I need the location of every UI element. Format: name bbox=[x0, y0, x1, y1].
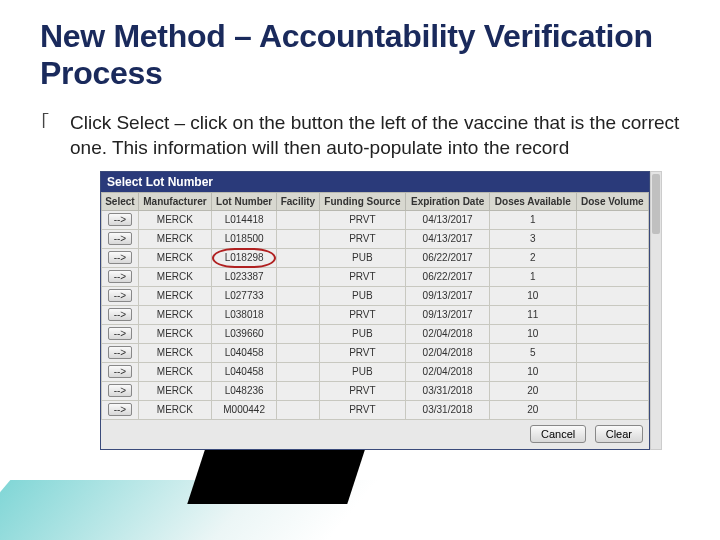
cell-volume bbox=[576, 305, 648, 324]
cell-manufacturer: MERCK bbox=[138, 343, 211, 362]
cell-manufacturer: MERCK bbox=[138, 286, 211, 305]
dialog-title: Select Lot Number bbox=[101, 172, 649, 192]
cell-manufacturer: MERCK bbox=[138, 305, 211, 324]
clear-button[interactable]: Clear bbox=[595, 425, 643, 443]
cell-doses: 10 bbox=[490, 286, 577, 305]
cell-funding: PUB bbox=[319, 324, 406, 343]
cell-doses: 2 bbox=[490, 248, 577, 267]
col-header: Facility bbox=[277, 192, 319, 210]
cell-lot: L040458 bbox=[211, 362, 276, 381]
cell-facility bbox=[277, 248, 319, 267]
select-row-button[interactable]: --> bbox=[108, 270, 132, 283]
table-row: -->MERCKL039660PUB02/04/201810 bbox=[102, 324, 649, 343]
cell-facility bbox=[277, 400, 319, 419]
cell-facility bbox=[277, 324, 319, 343]
cell-expiration: 04/13/2017 bbox=[406, 229, 490, 248]
cell-funding: PRVT bbox=[319, 400, 406, 419]
cell-doses: 10 bbox=[490, 324, 577, 343]
cell-manufacturer: MERCK bbox=[138, 229, 211, 248]
cell-facility bbox=[277, 210, 319, 229]
cell-volume bbox=[576, 248, 648, 267]
cell-volume bbox=[576, 267, 648, 286]
cell-facility bbox=[277, 267, 319, 286]
vertical-scrollbar[interactable] bbox=[650, 171, 662, 450]
cell-funding: PRVT bbox=[319, 229, 406, 248]
cell-expiration: 02/04/2018 bbox=[406, 324, 490, 343]
select-row-button[interactable]: --> bbox=[108, 327, 132, 340]
table-row: -->MERCKM000442PRVT03/31/201820 bbox=[102, 400, 649, 419]
col-header: Select bbox=[102, 192, 139, 210]
select-row-button[interactable]: --> bbox=[108, 232, 132, 245]
scrollbar-thumb[interactable] bbox=[652, 174, 660, 234]
cell-funding: PUB bbox=[319, 286, 406, 305]
cell-funding: PUB bbox=[319, 362, 406, 381]
table-row: -->MERCKL018500PRVT04/13/20173 bbox=[102, 229, 649, 248]
cell-expiration: 04/13/2017 bbox=[406, 210, 490, 229]
cell-expiration: 02/04/2018 bbox=[406, 362, 490, 381]
cell-volume bbox=[576, 210, 648, 229]
lot-table: SelectManufacturerLot NumberFacilityFund… bbox=[101, 192, 649, 420]
cell-funding: PRVT bbox=[319, 381, 406, 400]
select-row-button[interactable]: --> bbox=[108, 289, 132, 302]
cell-funding: PUB bbox=[319, 248, 406, 267]
cell-manufacturer: MERCK bbox=[138, 362, 211, 381]
cell-expiration: 06/22/2017 bbox=[406, 267, 490, 286]
cell-facility bbox=[277, 286, 319, 305]
select-row-button[interactable]: --> bbox=[108, 403, 132, 416]
col-header: Lot Number bbox=[211, 192, 276, 210]
cell-doses: 11 bbox=[490, 305, 577, 324]
cell-expiration: 06/22/2017 bbox=[406, 248, 490, 267]
cell-facility bbox=[277, 343, 319, 362]
col-header: Funding Source bbox=[319, 192, 406, 210]
cell-funding: PRVT bbox=[319, 305, 406, 324]
cell-lot: L018298 bbox=[211, 248, 276, 267]
cell-facility bbox=[277, 305, 319, 324]
cell-expiration: 03/31/2018 bbox=[406, 381, 490, 400]
col-header: Manufacturer bbox=[138, 192, 211, 210]
cell-doses: 10 bbox=[490, 362, 577, 381]
cell-manufacturer: MERCK bbox=[138, 400, 211, 419]
cell-doses: 20 bbox=[490, 381, 577, 400]
select-row-button[interactable]: --> bbox=[108, 213, 132, 226]
cell-doses: 1 bbox=[490, 210, 577, 229]
accent-wedge bbox=[0, 480, 470, 540]
cell-lot: L040458 bbox=[211, 343, 276, 362]
table-row: -->MERCKL040458PRVT02/04/20185 bbox=[102, 343, 649, 362]
select-row-button[interactable]: --> bbox=[108, 346, 132, 359]
cell-volume bbox=[576, 343, 648, 362]
cell-lot: L038018 bbox=[211, 305, 276, 324]
cell-lot: L014418 bbox=[211, 210, 276, 229]
select-row-button[interactable]: --> bbox=[108, 308, 132, 321]
cell-manufacturer: MERCK bbox=[138, 267, 211, 286]
cell-facility bbox=[277, 229, 319, 248]
cell-expiration: 09/13/2017 bbox=[406, 305, 490, 324]
cell-lot: L039660 bbox=[211, 324, 276, 343]
select-row-button[interactable]: --> bbox=[108, 365, 132, 378]
cell-volume bbox=[576, 362, 648, 381]
cell-funding: PRVT bbox=[319, 267, 406, 286]
col-header: Expiration Date bbox=[406, 192, 490, 210]
cell-lot: L027733 bbox=[211, 286, 276, 305]
cell-manufacturer: MERCK bbox=[138, 210, 211, 229]
cell-volume bbox=[576, 381, 648, 400]
table-row: -->MERCKL027733PUB09/13/201710 bbox=[102, 286, 649, 305]
select-row-button[interactable]: --> bbox=[108, 251, 132, 264]
cell-manufacturer: MERCK bbox=[138, 248, 211, 267]
select-row-button[interactable]: --> bbox=[108, 384, 132, 397]
cell-expiration: 09/13/2017 bbox=[406, 286, 490, 305]
cell-expiration: 02/04/2018 bbox=[406, 343, 490, 362]
cell-lot: L018500 bbox=[211, 229, 276, 248]
cell-volume bbox=[576, 400, 648, 419]
cell-volume bbox=[576, 286, 648, 305]
screenshot-dialog: Select Lot Number SelectManufacturerLot … bbox=[100, 171, 662, 450]
cell-funding: PRVT bbox=[319, 210, 406, 229]
table-row: -->MERCKL040458PUB02/04/201810 bbox=[102, 362, 649, 381]
table-row: -->MERCKL018298PUB06/22/20172 bbox=[102, 248, 649, 267]
cell-facility bbox=[277, 381, 319, 400]
col-header: Doses Available bbox=[490, 192, 577, 210]
cancel-button[interactable]: Cancel bbox=[530, 425, 586, 443]
cell-manufacturer: MERCK bbox=[138, 381, 211, 400]
cell-doses: 1 bbox=[490, 267, 577, 286]
table-row: -->MERCKL048236PRVT03/31/201820 bbox=[102, 381, 649, 400]
cell-volume bbox=[576, 324, 648, 343]
